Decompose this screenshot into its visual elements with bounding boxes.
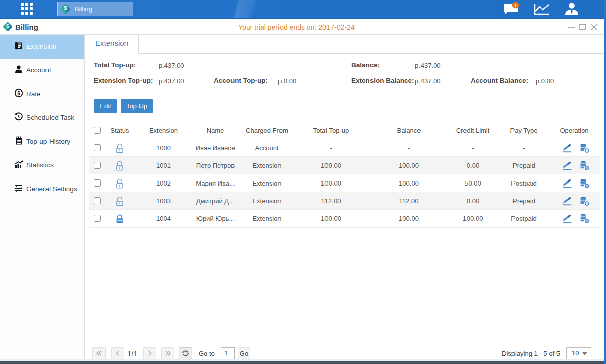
svg-text:$: $ (586, 148, 588, 153)
svg-text:$: $ (17, 90, 20, 96)
svg-text:$: $ (586, 184, 588, 188)
svg-text:$: $ (586, 219, 588, 223)
svg-text:!: ! (515, 3, 517, 8)
svg-text:$: $ (586, 166, 588, 170)
svg-text:$: $ (586, 201, 588, 206)
